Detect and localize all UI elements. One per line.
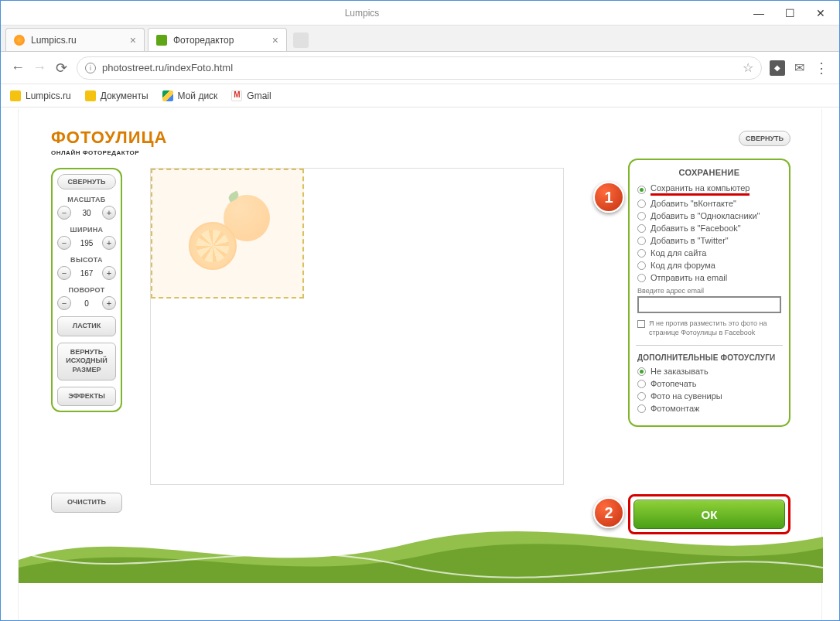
scale-minus-button[interactable]: − — [57, 206, 71, 220]
checkbox-icon — [637, 320, 645, 328]
scale-control: МАСШТАБ − 30 + — [57, 196, 116, 220]
eraser-button[interactable]: ЛАСТИК — [57, 316, 116, 336]
site-logo: ФОТОУЛИЦА ОНЛАЙН ФОТОРЕДАКТОР — [51, 128, 167, 156]
width-value: 195 — [73, 237, 100, 249]
step-badge-2: 2 — [593, 497, 624, 528]
ok-button[interactable]: ОК — [633, 500, 785, 529]
email-label: Введите адрес email — [637, 287, 781, 295]
minimize-button[interactable]: — — [743, 2, 774, 24]
gdrive-icon — [162, 90, 173, 101]
close-icon[interactable]: × — [122, 34, 136, 46]
gmail-icon — [231, 90, 242, 101]
mail-icon[interactable]: ✉ — [791, 60, 807, 76]
radio-icon — [637, 367, 646, 376]
folder-icon — [85, 90, 96, 101]
rotate-minus-button[interactable]: − — [57, 296, 71, 310]
tab-title: Фоторедактор — [173, 35, 234, 46]
bookmark-star-icon[interactable]: ☆ — [743, 60, 753, 75]
title-bar: Lumpics — ☐ ✕ — [1, 1, 839, 26]
scale-plus-button[interactable]: + — [102, 206, 116, 220]
radio-icon — [637, 274, 646, 282]
photo-print[interactable]: Фотопечать — [637, 379, 781, 388]
consent-checkbox[interactable]: Я не против разместить это фото на стран… — [637, 319, 781, 337]
ok-button-highlight: ОК — [628, 494, 790, 534]
url-text: photostreet.ru/indexFoto.html — [102, 62, 233, 73]
tab-title: Lumpics.ru — [31, 35, 77, 46]
save-to-computer[interactable]: Сохранить на компьютер — [637, 183, 781, 196]
no-order[interactable]: Не заказывать — [637, 367, 781, 376]
collapse-left-button[interactable]: СВЕРНУТЬ — [57, 174, 116, 189]
email-input[interactable] — [637, 296, 781, 313]
close-window-button[interactable]: ✕ — [805, 2, 836, 24]
radio-icon — [637, 380, 646, 388]
step-badge-1: 1 — [593, 182, 624, 213]
new-tab-button[interactable] — [293, 32, 309, 48]
divider — [636, 345, 783, 346]
editor-canvas[interactable] — [150, 168, 564, 485]
add-odnoklassniki[interactable]: Добавить в "Однокласники" — [637, 211, 781, 220]
radio-icon — [637, 404, 646, 413]
logo-sub: ОНЛАЙН ФОТОРЕДАКТОР — [51, 149, 167, 156]
close-icon[interactable]: × — [265, 34, 278, 46]
bookmark-lumpics[interactable]: Lumpics.ru — [10, 90, 71, 101]
radio-icon — [637, 224, 646, 233]
radio-icon — [637, 200, 646, 208]
code-for-site[interactable]: Код для сайта — [637, 248, 781, 258]
folder-icon — [10, 90, 21, 101]
radio-icon — [637, 249, 646, 258]
back-button[interactable]: ← — [7, 57, 29, 79]
rotate-value: 0 — [73, 297, 100, 309]
address-bar: ← → ⟳ i photostreet.ru/indexFoto.html ☆ … — [1, 52, 839, 84]
bookmark-documents[interactable]: Документы — [85, 90, 149, 101]
radio-icon — [637, 186, 646, 194]
add-twitter[interactable]: Добавить в "Twitter" — [637, 236, 781, 245]
height-minus-button[interactable]: − — [57, 266, 71, 280]
rotate-control: ПОВОРОТ − 0 + — [57, 286, 116, 310]
reload-button[interactable]: ⟳ — [50, 57, 72, 79]
selected-image[interactable] — [151, 169, 304, 299]
bookmark-gmail[interactable]: Gmail — [231, 90, 271, 101]
browser-menu-button[interactable]: ⋮ — [810, 60, 833, 77]
site-info-icon[interactable]: i — [85, 63, 96, 73]
left-toolbar: СВЕРНУТЬ МАСШТАБ − 30 + ШИРИНА − 195 + — [51, 168, 122, 412]
add-vkontakte[interactable]: Добавить "вКонтакте" — [637, 199, 781, 208]
send-email[interactable]: Отправить на email — [637, 273, 781, 282]
add-facebook[interactable]: Добавить в "Facebook" — [637, 223, 781, 233]
save-panel: СОХРАНЕНИЕ Сохранить на компьютер Добави… — [628, 159, 790, 427]
url-input[interactable]: i photostreet.ru/indexFoto.html ☆ — [77, 56, 762, 80]
tab-lumpics[interactable]: Lumpics.ru × — [5, 28, 145, 51]
maximize-button[interactable]: ☐ — [774, 2, 805, 24]
reset-size-button[interactable]: ВЕРНУТЬ ИСХОДНЫЙ РАЗМЕР — [57, 343, 116, 380]
tab-strip: Lumpics.ru × Фоторедактор × — [1, 26, 839, 52]
width-label: ШИРИНА — [57, 226, 116, 234]
rotate-plus-button[interactable]: + — [102, 296, 116, 310]
photo-souvenirs[interactable]: Фото на сувениры — [637, 391, 781, 401]
rotate-label: ПОВОРОТ — [57, 286, 116, 294]
collapse-right-button[interactable]: СВЕРНУТЬ — [739, 131, 790, 146]
width-minus-button[interactable]: − — [57, 236, 71, 250]
radio-icon — [637, 261, 646, 270]
page-content: ФОТОУЛИЦА ОНЛАЙН ФОТОРЕДАКТОР СВЕРНУТЬ С… — [1, 109, 839, 620]
orange-image-icon — [185, 191, 270, 276]
radio-icon — [637, 237, 646, 245]
save-panel-title: СОХРАНЕНИЕ — [637, 168, 781, 177]
code-for-forum[interactable]: Код для форума — [637, 261, 781, 270]
radio-icon — [637, 392, 646, 401]
scale-value: 30 — [73, 206, 100, 219]
width-plus-button[interactable]: + — [102, 236, 116, 250]
radio-icon — [637, 212, 646, 220]
favicon-icon — [156, 35, 167, 46]
extra-options: Не заказывать Фотопечать Фото на сувенир… — [637, 367, 781, 413]
save-options: Сохранить на компьютер Добавить "вКонтак… — [637, 183, 781, 282]
logo-main: ФОТОУЛИЦА — [51, 128, 167, 148]
effects-button[interactable]: ЭФФЕКТЫ — [57, 387, 116, 407]
tab-photoeditor[interactable]: Фоторедактор × — [148, 28, 287, 51]
bookmark-mydisk[interactable]: Мой диск — [162, 90, 218, 101]
height-plus-button[interactable]: + — [102, 266, 116, 280]
photo-montage[interactable]: Фотомонтаж — [637, 404, 781, 413]
forward-button[interactable]: → — [29, 57, 50, 79]
bookmarks-bar: Lumpics.ru Документы Мой диск Gmail — [1, 84, 839, 107]
height-control: ВЫСОТА − 167 + — [57, 256, 116, 280]
clear-button[interactable]: ОЧИСТИТЬ — [51, 493, 122, 513]
extension-icon[interactable]: ◆ — [770, 60, 785, 76]
